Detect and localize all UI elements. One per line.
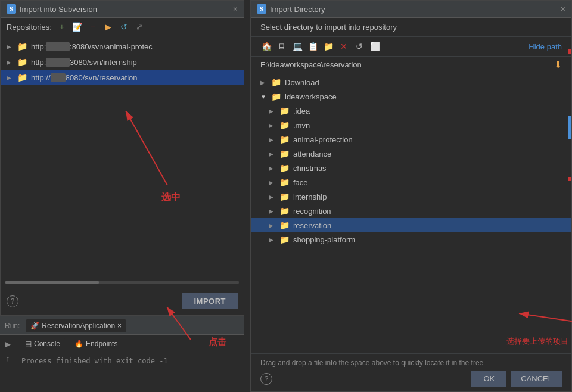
- run-app-name: ReservationApplication: [42, 322, 115, 330]
- label-idea: .idea: [293, 107, 310, 116]
- path-text: F:\ideaworkspace\reservation: [260, 60, 362, 69]
- edit-repo-button[interactable]: 📝: [72, 21, 83, 32]
- expand-christmas: ▶: [269, 165, 276, 172]
- ok-button[interactable]: OK: [471, 371, 506, 387]
- label-ideaworkspace: ideaworkspace: [285, 92, 337, 101]
- left-bottom: ? IMPORT: [1, 287, 244, 315]
- folder-mvn: 📁: [279, 120, 290, 130]
- run-icon: 🚀: [30, 322, 39, 330]
- folder-shopping: 📁: [279, 235, 290, 244]
- tree-item-attendance[interactable]: ▶ 📁 attendance: [251, 147, 571, 161]
- laptop-icon[interactable]: 💻: [291, 41, 303, 52]
- label-download: Download: [285, 78, 319, 87]
- folder-animal: 📁: [279, 135, 290, 144]
- clipboard-icon[interactable]: 📋: [307, 41, 319, 52]
- delete-icon[interactable]: ✕: [338, 41, 350, 52]
- path-bar: F:\ideaworkspace\reservation ⬇: [260, 59, 562, 70]
- repo-item-1[interactable]: ▶ 📁 http: :8080/svn/animal-protec: [1, 39, 244, 54]
- console-icon: ▤: [25, 340, 32, 348]
- tree-item-shopping[interactable]: ▶ 📁 shopping-platform: [251, 232, 571, 247]
- right-toolbar-left: 🏠 🖥 💻 📋 📁 ✕ ↺ ⬜: [260, 41, 381, 52]
- run-play-button[interactable]: ▶: [2, 338, 13, 349]
- monitor-icon[interactable]: 🖥: [276, 41, 288, 52]
- expand-internship: ▶: [269, 194, 276, 200]
- add-repo-button[interactable]: +: [57, 21, 67, 32]
- console-label: Console: [34, 340, 60, 348]
- file-tree: ▶ 📁 Download ▼ 📁 ideaworkspace ▶ 📁 .idea…: [251, 73, 571, 353]
- refresh-button[interactable]: ↺: [119, 21, 129, 32]
- drag-hint: Drag and drop a file into the space abov…: [260, 359, 562, 367]
- import-button[interactable]: IMPORT: [182, 293, 238, 309]
- right-bottom-btns: ? OK CANCEL: [260, 371, 562, 387]
- right-title-text: Import Directory: [270, 5, 325, 14]
- label-shopping: shopping-platform: [293, 235, 355, 244]
- tree-item-christmas[interactable]: ▶ 📁 christmas: [251, 161, 571, 175]
- right-close-button[interactable]: ×: [561, 4, 565, 14]
- repo-text-3: http:// 8080/svn/reservation: [31, 73, 138, 82]
- left-title-icon: S: [7, 4, 16, 14]
- folder-reservation: 📁: [279, 220, 290, 230]
- annotation-zhong: 选中: [161, 191, 181, 204]
- tree-item-mvn[interactable]: ▶ 📁 .mvn: [251, 118, 571, 132]
- hide-path-button[interactable]: Hide path: [529, 42, 562, 51]
- folder-recognition: 📁: [279, 206, 290, 216]
- folder-christmas: 📁: [279, 163, 290, 173]
- run-side-btns: ▶ ↑: [0, 335, 15, 392]
- tree-item-recognition[interactable]: ▶ 📁 recognition: [251, 204, 571, 218]
- left-title-left: S Import into Subversion: [7, 4, 97, 14]
- tab-console[interactable]: ▤ Console: [20, 337, 65, 350]
- expand-button[interactable]: ⤢: [134, 21, 145, 32]
- remove-repo-button[interactable]: −: [88, 21, 98, 32]
- path-download-icon[interactable]: ⬇: [554, 59, 562, 70]
- repo-item-3[interactable]: ▶ 📁 http:// 8080/svn/reservation: [1, 70, 244, 85]
- expand-mvn: ▶: [269, 122, 276, 129]
- run-label: Run:: [5, 322, 20, 330]
- repo-text-1: http: :8080/svn/animal-protec: [31, 42, 153, 51]
- refresh-tree-icon[interactable]: ↺: [353, 41, 365, 52]
- expand-download: ▶: [260, 79, 268, 86]
- repo-item-2[interactable]: ▶ 📁 http: 3080/svn/internship: [1, 54, 244, 70]
- expand-idea: ▶: [269, 108, 276, 114]
- folder-ideaworkspace: 📁: [271, 92, 281, 101]
- expand-arrow-3: ▶: [7, 74, 14, 81]
- run-up-button[interactable]: ↑: [2, 353, 13, 363]
- expand-ideaworkspace: ▼: [260, 94, 268, 100]
- tree-item-reservation[interactable]: ▶ 📁 reservation: [251, 218, 571, 232]
- endpoints-icon: 🔥: [74, 340, 83, 348]
- left-help-button[interactable]: ?: [7, 295, 18, 307]
- run-tab-close[interactable]: ×: [117, 322, 122, 330]
- right-panel: S Import Directory × Select directory to…: [250, 0, 572, 392]
- run-tab-bar: Run: 🚀 ReservationApplication ×: [0, 317, 244, 335]
- left-close-button[interactable]: ×: [233, 4, 238, 14]
- label-reservation: reservation: [293, 221, 331, 230]
- expand-arrow-2: ▶: [7, 59, 14, 66]
- arrow-right-button[interactable]: ▶: [103, 21, 114, 32]
- left-scrollbar[interactable]: [5, 281, 239, 284]
- expand-tree-icon[interactable]: ⬜: [369, 41, 381, 52]
- cancel-button[interactable]: CANCEL: [511, 371, 562, 387]
- right-toolbar: 🏠 🖥 💻 📋 📁 ✕ ↺ ⬜ Hide path: [251, 37, 571, 57]
- expand-animal: ▶: [269, 136, 276, 143]
- tree-item-animal-protection[interactable]: ▶ 📁 animal-protection: [251, 132, 571, 147]
- tree-item-idea[interactable]: ▶ 📁 .idea: [251, 104, 571, 118]
- folder-icon-3: 📁: [17, 73, 27, 82]
- run-app-tab[interactable]: 🚀 ReservationApplication ×: [26, 319, 126, 332]
- label-internship: internship: [293, 192, 327, 201]
- repo-text-2: http: 3080/svn/internship: [31, 58, 137, 67]
- folder-face: 📁: [279, 178, 290, 187]
- tree-item-download[interactable]: ▶ 📁 Download: [251, 75, 571, 89]
- label-attendance: attendance: [293, 150, 331, 158]
- expand-shopping: ▶: [269, 237, 276, 243]
- tab-endpoints[interactable]: 🔥 Endpoints: [70, 337, 122, 350]
- label-recognition: recognition: [293, 207, 331, 216]
- tree-item-ideaworkspace[interactable]: ▼ 📁 ideaworkspace: [251, 89, 571, 104]
- new-folder-icon[interactable]: 📁: [322, 41, 334, 52]
- tree-item-face[interactable]: ▶ 📁 face: [251, 175, 571, 189]
- expand-reservation: ▶: [269, 222, 276, 229]
- right-help-button[interactable]: ?: [260, 373, 272, 385]
- tree-item-internship[interactable]: ▶ 📁 internship: [251, 189, 571, 204]
- home-icon[interactable]: 🏠: [260, 41, 272, 52]
- folder-icon-2: 📁: [17, 57, 27, 67]
- repos-toolbar: Repositories: + 📝 − ▶ ↺ ⤢: [1, 18, 244, 36]
- expand-arrow-1: ▶: [7, 43, 14, 50]
